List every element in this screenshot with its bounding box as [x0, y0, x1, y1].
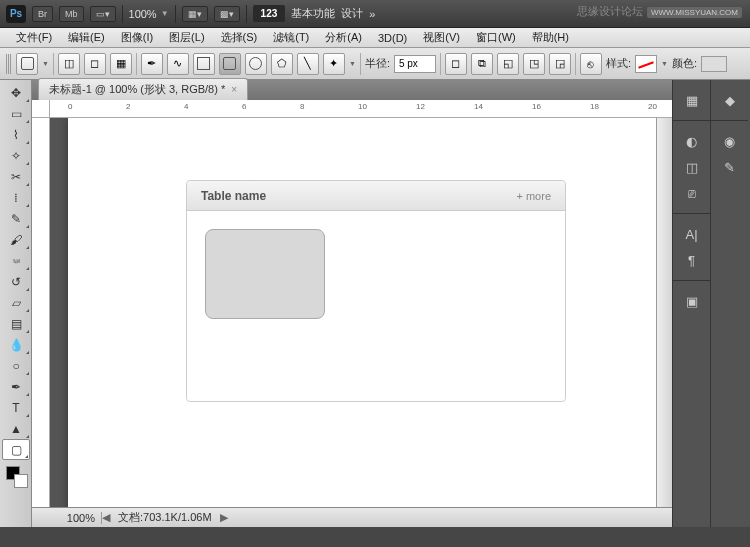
menu-edit[interactable]: 编辑(E)	[60, 28, 113, 47]
workspace-basic[interactable]: 基本功能	[291, 6, 335, 21]
tab-title: 未标题-1 @ 100% (形状 3, RGB/8) *	[49, 82, 225, 97]
character-icon[interactable]: A|	[679, 222, 705, 246]
chevron-down-icon[interactable]: ▼	[349, 60, 356, 67]
custom-shape-icon[interactable]: ✦	[323, 53, 345, 75]
stamp-tool[interactable]: ⎃	[2, 250, 30, 271]
radius-label: 半径:	[365, 56, 390, 71]
ellipse-icon[interactable]	[245, 53, 267, 75]
brushes-icon[interactable]: ✎	[717, 155, 743, 179]
marquee-tool[interactable]: ▭	[2, 103, 30, 124]
vertical-scrollbar[interactable]	[656, 118, 672, 507]
brush-tool[interactable]: 🖌	[2, 229, 30, 250]
menubar: 文件(F) 编辑(E) 图像(I) 图层(L) 选择(S) 滤镜(T) 分析(A…	[0, 28, 750, 48]
adjustments-icon[interactable]: ◐	[679, 129, 705, 153]
radius-input[interactable]	[394, 55, 436, 73]
no-style-swatch[interactable]	[635, 55, 657, 73]
shape-tool[interactable]: ▢	[2, 439, 30, 460]
link-icon[interactable]: ⎋	[580, 53, 602, 75]
shape-layers-icon[interactable]: ◫	[58, 53, 80, 75]
lasso-tool[interactable]: ⌇	[2, 124, 30, 145]
bridge-button[interactable]: Br	[32, 6, 53, 22]
pathop-add-icon[interactable]: ⧉	[471, 53, 493, 75]
swatches-icon[interactable]: ◉	[717, 129, 743, 153]
rounded-rectangle-shape	[205, 229, 325, 319]
heal-tool[interactable]: ✎	[2, 208, 30, 229]
minibridge-button[interactable]: Mb	[59, 6, 84, 22]
menu-help[interactable]: 帮助(H)	[524, 28, 577, 47]
masks-icon[interactable]: ◫	[679, 155, 705, 179]
grip-icon[interactable]	[6, 54, 12, 74]
eraser-tool[interactable]: ▱	[2, 292, 30, 313]
dodge-tool[interactable]: ○	[2, 355, 30, 376]
color-panel-icon[interactable]: ◆	[717, 88, 743, 112]
statusbar: 100% ◀ 文档:703.1K/1.06M ▶	[32, 507, 672, 527]
extras-button[interactable]: ▩▾	[214, 6, 240, 22]
zoom-level[interactable]: 100%	[129, 8, 157, 20]
numeric-button[interactable]: 123	[253, 5, 286, 22]
watermark: 思缘设计论坛WWW.MISSYUAN.COM	[577, 4, 742, 19]
document-tabbar: 未标题-1 @ 100% (形状 3, RGB/8) * ×	[32, 80, 672, 100]
menu-3d[interactable]: 3D(D)	[370, 30, 415, 46]
options-bar: ▼ ◫ ◻ ▦ ✒ ∿ ⬠ ╲ ✦ ▼ 半径: ◻ ⧉ ◱ ◳ ◲ ⎋ 样式: …	[0, 48, 750, 80]
design-table: Table name + more	[186, 180, 566, 402]
pathop-exclude-icon[interactable]: ◲	[549, 53, 571, 75]
pathop-subtract-icon[interactable]: ◱	[497, 53, 519, 75]
navigator-icon[interactable]: ▣	[679, 289, 705, 313]
screen-mode-button[interactable]: ▭▾	[90, 6, 116, 22]
background-color[interactable]	[14, 474, 28, 488]
close-icon[interactable]: ×	[231, 84, 237, 95]
status-zoom[interactable]: 100%	[32, 512, 102, 524]
rectangle-icon[interactable]	[193, 53, 215, 75]
wand-tool[interactable]: ✧	[2, 145, 30, 166]
menu-filter[interactable]: 滤镜(T)	[265, 28, 317, 47]
type-tool[interactable]: T	[2, 397, 30, 418]
eyedropper-tool[interactable]: ⁞	[2, 187, 30, 208]
pen-tool[interactable]: ✒	[2, 376, 30, 397]
canvas[interactable]: Table name + more	[68, 118, 656, 507]
chevron-down-icon[interactable]: ▼	[161, 9, 169, 18]
workspace-design[interactable]: 设计	[341, 6, 363, 21]
freeform-pen-icon[interactable]: ∿	[167, 53, 189, 75]
ps-logo: Ps	[6, 5, 26, 23]
chevron-right-icon[interactable]: ▶	[220, 511, 228, 524]
document-tab[interactable]: 未标题-1 @ 100% (形状 3, RGB/8) * ×	[38, 78, 248, 100]
layers-panel-icon[interactable]: ▦	[679, 88, 705, 112]
pen-icon[interactable]: ✒	[141, 53, 163, 75]
polygon-icon[interactable]: ⬠	[271, 53, 293, 75]
menu-window[interactable]: 窗口(W)	[468, 28, 524, 47]
style-label: 样式:	[606, 56, 631, 71]
color-swatch[interactable]	[701, 56, 727, 72]
pathop-intersect-icon[interactable]: ◳	[523, 53, 545, 75]
current-tool-icon[interactable]	[16, 53, 38, 75]
menu-analysis[interactable]: 分析(A)	[317, 28, 370, 47]
menu-file[interactable]: 文件(F)	[8, 28, 60, 47]
gradient-tool[interactable]: ▤	[2, 313, 30, 334]
styles-icon[interactable]: ⎚	[679, 181, 705, 205]
arrange-button[interactable]: ▦▾	[182, 6, 208, 22]
toolbox: ✥ ▭ ⌇ ✧ ✂ ⁞ ✎ 🖌 ⎃ ↺ ▱ ▤ 💧 ○ ✒ T ▲ ▢	[0, 80, 32, 527]
color-picker[interactable]	[2, 464, 29, 494]
chevron-left-icon[interactable]: ◀	[102, 511, 110, 524]
more-link: + more	[516, 190, 551, 202]
move-tool[interactable]: ✥	[2, 82, 30, 103]
horizontal-ruler: 0 2 4 6 8 10 12 14 16 18 20	[50, 100, 672, 118]
ruler-corner	[32, 100, 50, 118]
crop-tool[interactable]: ✂	[2, 166, 30, 187]
panel-dock: ▦ ◐ ◫ ⎚ A| ¶ ▣ ◆ ◉ ✎	[672, 80, 750, 527]
menu-select[interactable]: 选择(S)	[213, 28, 266, 47]
paragraph-icon[interactable]: ¶	[679, 248, 705, 272]
table-title: Table name	[201, 189, 266, 203]
blur-tool[interactable]: 💧	[2, 334, 30, 355]
line-icon[interactable]: ╲	[297, 53, 319, 75]
paths-icon[interactable]: ◻	[84, 53, 106, 75]
history-brush-tool[interactable]: ↺	[2, 271, 30, 292]
menu-image[interactable]: 图像(I)	[113, 28, 161, 47]
fill-pixels-icon[interactable]: ▦	[110, 53, 132, 75]
menu-layer[interactable]: 图层(L)	[161, 28, 212, 47]
path-select-tool[interactable]: ▲	[2, 418, 30, 439]
chevron-down-icon[interactable]: ▼	[42, 60, 49, 67]
workspace-more-icon[interactable]: »	[369, 8, 375, 20]
pathop-new-icon[interactable]: ◻	[445, 53, 467, 75]
menu-view[interactable]: 视图(V)	[415, 28, 468, 47]
rounded-rectangle-icon[interactable]	[219, 53, 241, 75]
